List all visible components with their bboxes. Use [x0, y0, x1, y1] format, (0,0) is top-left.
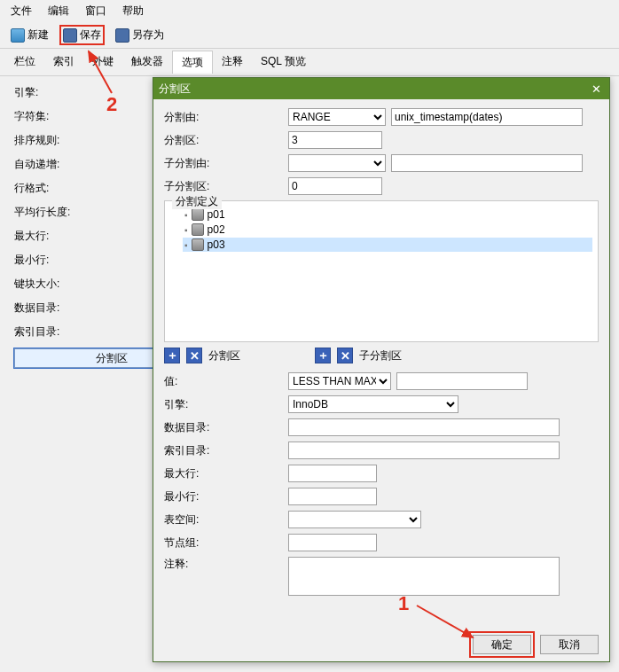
subpartcount-input[interactable] — [288, 177, 382, 195]
value-select[interactable]: LESS THAN MAX — [288, 372, 391, 390]
tablespace-label: 表空间: — [164, 512, 283, 527]
indexdir-input[interactable] — [288, 441, 560, 459]
tree-item-p02[interactable]: ▪ p02 — [183, 223, 592, 237]
nodegroup-label: 节点组: — [164, 535, 283, 551]
subpartition-label: 子分割区 — [359, 348, 402, 363]
menu-window[interactable]: 窗口 — [85, 4, 106, 19]
tree-label: p01 — [208, 208, 225, 221]
indexdir2-label: 索引目录: — [164, 443, 283, 458]
close-icon[interactable]: ✕ — [588, 81, 604, 97]
partby-label: 分割由: — [164, 110, 283, 125]
menu-file[interactable]: 文件 — [11, 4, 32, 19]
save-icon — [63, 28, 77, 43]
del-subpartition-icon[interactable]: ✕ — [337, 348, 353, 363]
comment-textarea[interactable] — [288, 557, 560, 596]
definition-legend: 分割定义 — [172, 194, 222, 209]
partcount-label: 分割区: — [164, 133, 283, 148]
tab-options[interactable]: 选项 — [172, 51, 213, 74]
tree-item-p03[interactable]: ▪ p03 — [183, 238, 592, 252]
datadir-input[interactable] — [288, 418, 560, 436]
cancel-button[interactable]: 取消 — [540, 635, 599, 654]
saveas-label: 另存为 — [132, 27, 164, 43]
add-subpartition-icon[interactable]: ＋ — [315, 348, 331, 363]
partcount-input[interactable] — [288, 131, 382, 149]
tablespace-select[interactable] — [288, 511, 421, 528]
tab-fields[interactable]: 栏位 — [5, 51, 44, 74]
disk-icon — [192, 223, 204, 236]
subpartby-expr-input[interactable] — [391, 154, 583, 172]
partition-label: 分割区 — [208, 348, 240, 363]
expand-icon: ▪ — [184, 240, 188, 250]
new-label: 新建 — [27, 27, 49, 43]
new-icon — [11, 28, 25, 43]
tabstrip: 栏位 索引 外键 触发器 选项 注释 SQL 预览 — [0, 49, 619, 76]
minrows2-label: 最小行: — [164, 489, 283, 504]
comment2-label: 注释: — [164, 557, 283, 572]
partition-dialog: 分割区 ✕ 分割由: RANGE 分割区: 子分割由: 子分割区: 分割定义 ▪ — [153, 77, 610, 662]
saveas-button[interactable]: 另存为 — [112, 26, 168, 44]
tab-sqlpreview[interactable]: SQL 预览 — [252, 51, 315, 74]
dialog-titlebar: 分割区 ✕ — [153, 78, 609, 99]
partby-expr-input[interactable] — [391, 108, 583, 126]
menu-bar: 文件 编辑 窗口 帮助 — [0, 0, 619, 22]
tab-indexes[interactable]: 索引 — [44, 51, 83, 74]
nodegroup-input[interactable] — [288, 534, 377, 551]
subpartcount-label: 子分割区: — [164, 179, 283, 194]
maxrows-input[interactable] — [288, 465, 377, 482]
disk-icon — [192, 208, 204, 221]
value-input[interactable] — [396, 372, 528, 390]
del-partition-icon[interactable]: ✕ — [186, 348, 202, 363]
ok-button[interactable]: 确定 — [473, 635, 531, 654]
expand-icon: ▪ — [184, 225, 188, 235]
partition-tree[interactable]: ▪ p01 ▪ p02 ▪ p03 — [170, 207, 592, 336]
toolbar: 新建 保存 另存为 — [0, 22, 619, 49]
datadir2-label: 数据目录: — [164, 420, 283, 435]
save-button[interactable]: 保存 — [59, 25, 105, 45]
tree-label: p03 — [208, 238, 225, 251]
tree-item-p01[interactable]: ▪ p01 — [183, 207, 592, 222]
minrows-input[interactable] — [288, 488, 377, 505]
save-label: 保存 — [80, 27, 101, 43]
tree-label: p02 — [208, 223, 225, 236]
subpartby-select[interactable] — [288, 154, 386, 172]
tab-comment[interactable]: 注释 — [213, 51, 252, 74]
engine-select[interactable]: InnoDB — [288, 395, 458, 413]
dialog-title: 分割区 — [159, 82, 191, 97]
partby-select[interactable]: RANGE — [288, 108, 386, 126]
tab-triggers[interactable]: 触发器 — [122, 51, 172, 74]
menu-help[interactable]: 帮助 — [122, 4, 144, 19]
value-label: 值: — [164, 374, 283, 389]
saveas-icon — [115, 28, 129, 43]
new-button[interactable]: 新建 — [7, 26, 52, 44]
subpartby-label: 子分割由: — [164, 156, 283, 171]
disk-icon — [192, 238, 204, 251]
tab-fk[interactable]: 外键 — [83, 51, 122, 74]
engine2-label: 引擎: — [164, 397, 283, 412]
expand-icon: ▪ — [184, 210, 188, 220]
definition-fieldset: 分割定义 ▪ p01 ▪ p02 ▪ p03 — [164, 200, 599, 342]
add-partition-icon[interactable]: ＋ — [164, 348, 180, 363]
menu-edit[interactable]: 编辑 — [48, 4, 69, 19]
maxrows2-label: 最大行: — [164, 466, 283, 481]
